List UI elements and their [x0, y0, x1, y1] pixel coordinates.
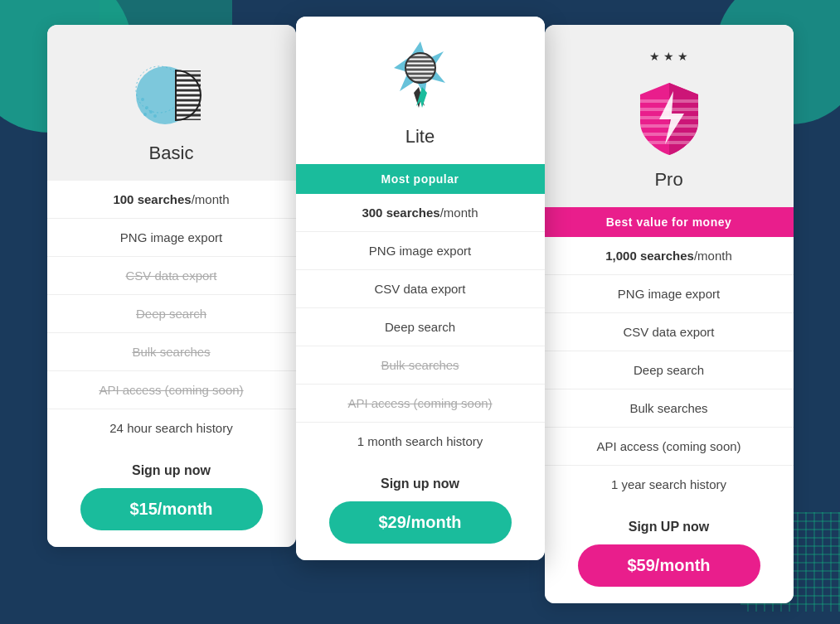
svg-point-18 [143, 113, 147, 116]
plan-icon-area-lite: Lite [296, 17, 545, 164]
svg-point-16 [141, 98, 144, 101]
lite-feature-history: 1 month search history [296, 423, 545, 460]
svg-point-17 [149, 110, 153, 114]
lite-feature-deep-search: Deep search [296, 308, 545, 346]
pro-features-list: 1,000 searches/month PNG image export CS… [545, 237, 794, 503]
lite-feature-searches: 300 searches/month [296, 194, 545, 232]
pricing-plans-container: Basic 100 searches/month PNG image expor… [22, 25, 818, 603]
svg-point-19 [153, 114, 157, 118]
lite-feature-csv: CSV data export [296, 270, 545, 308]
plan-card-lite: Lite Most popular 300 searches/month PNG… [296, 17, 545, 560]
lite-price-button[interactable]: $29/month [329, 501, 512, 544]
basic-feature-searches: 100 searches/month [47, 181, 296, 219]
pro-badge: Best value for money [545, 207, 794, 237]
basic-feature-history: 24 hour search history [47, 409, 296, 447]
lite-badge: Most popular [296, 164, 545, 194]
pro-feature-searches: 1,000 searches/month [545, 237, 794, 275]
pro-feature-png: PNG image export [545, 275, 794, 313]
basic-features-list: 100 searches/month PNG image export CSV … [47, 181, 296, 447]
basic-price-button[interactable]: $15/month [80, 488, 263, 530]
pro-signup-label: Sign UP now [561, 520, 777, 535]
basic-signup-section: Sign up now $15/month [47, 447, 296, 547]
pro-feature-bulk: Bulk searches [545, 389, 794, 428]
pro-feature-csv: CSV data export [545, 313, 794, 351]
pro-plan-icon [628, 76, 711, 159]
plan-icon-area-pro: ★ ★ ★ [545, 25, 794, 207]
basic-feature-bulk: Bulk searches [47, 333, 296, 371]
basic-feature-csv: CSV data export [47, 257, 296, 295]
basic-plan-icon [130, 50, 213, 133]
lite-plan-icon [379, 33, 462, 116]
basic-plan-name: Basic [149, 143, 194, 164]
basic-feature-api: API access (coming soon) [47, 371, 296, 409]
plan-card-pro: ★ ★ ★ [545, 25, 794, 603]
lite-features-list: 300 searches/month PNG image export CSV … [296, 194, 545, 460]
lite-feature-api: API access (coming soon) [296, 385, 545, 423]
svg-point-15 [145, 106, 148, 109]
pro-feature-deep-search: Deep search [545, 351, 794, 389]
pro-feature-api: API access (coming soon) [545, 428, 794, 466]
pro-plan-name: Pro [654, 169, 682, 191]
lite-signup-section: Sign up now $29/month [296, 460, 545, 560]
pro-price-button[interactable]: $59/month [578, 544, 760, 587]
pro-stars: ★ ★ ★ [649, 50, 688, 63]
lite-plan-name: Lite [405, 126, 435, 148]
lite-feature-bulk: Bulk searches [296, 346, 545, 385]
basic-feature-png: PNG image export [47, 219, 296, 257]
basic-signup-label: Sign up now [64, 463, 279, 478]
plan-icon-area-basic: Basic [47, 25, 296, 181]
pro-feature-history: 1 year search history [545, 466, 794, 503]
basic-feature-deep-search: Deep search [47, 295, 296, 333]
pro-signup-section: Sign UP now $59/month [545, 503, 794, 603]
lite-signup-label: Sign up now [313, 476, 528, 491]
plan-card-basic: Basic 100 searches/month PNG image expor… [47, 25, 296, 547]
lite-feature-png: PNG image export [296, 232, 545, 270]
